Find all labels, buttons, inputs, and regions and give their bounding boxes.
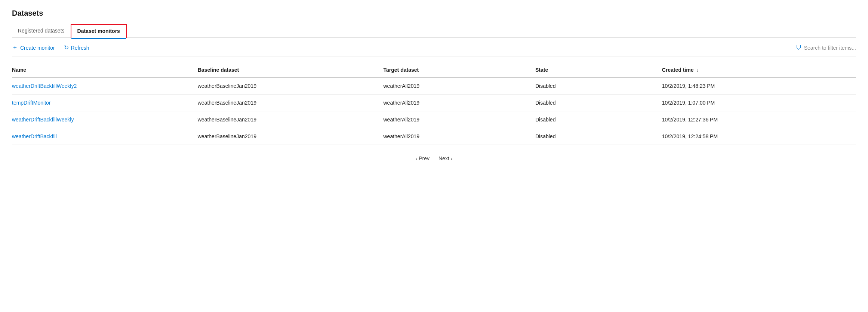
prev-chevron-icon: ‹: [416, 155, 418, 161]
plus-icon: ＋: [12, 44, 18, 52]
cell-created: 10/2/2019, 12:24:58 PM: [662, 128, 856, 145]
tab-dataset-monitors[interactable]: Dataset monitors: [71, 24, 127, 38]
tab-registered-datasets[interactable]: Registered datasets: [12, 25, 71, 37]
col-header-created[interactable]: Created time ↓: [662, 62, 856, 78]
tabs-container: Registered datasets Dataset monitors: [12, 24, 856, 38]
cell-target: weatherAll2019: [384, 95, 535, 111]
col-header-name: Name: [12, 62, 198, 78]
monitor-link[interactable]: weatherDriftBackfillWeekly2: [12, 83, 77, 89]
cell-target: weatherAll2019: [384, 78, 535, 95]
cell-state: Disabled: [535, 78, 662, 95]
page-title: Datasets: [12, 9, 856, 18]
cell-state: Disabled: [535, 128, 662, 145]
refresh-button[interactable]: ↻ Refresh: [64, 44, 89, 51]
prev-button[interactable]: ‹ Prev: [413, 154, 433, 163]
monitor-link[interactable]: weatherDriftBackfillWeekly: [12, 117, 74, 123]
cell-state: Disabled: [535, 111, 662, 128]
cell-baseline: weatherBaselineJan2019: [198, 95, 384, 111]
col-header-target: Target dataset: [384, 62, 535, 78]
col-header-state: State: [535, 62, 662, 78]
cell-name: weatherDriftBackfill: [12, 128, 198, 145]
cell-name: weatherDriftBackfillWeekly2: [12, 78, 198, 95]
cell-target: weatherAll2019: [384, 128, 535, 145]
refresh-icon: ↻: [64, 44, 69, 51]
table-row: weatherDriftBackfillWeeklyweatherBaselin…: [12, 111, 856, 128]
next-label: Next: [438, 155, 449, 161]
create-monitor-label: Create monitor: [20, 45, 55, 51]
filter-icon: ⛉: [796, 44, 802, 51]
table-row: tempDriftMonitorweatherBaselineJan2019we…: [12, 95, 856, 111]
toolbar: ＋ Create monitor ↻ Refresh ⛉ Search to f…: [12, 44, 856, 56]
cell-state: Disabled: [535, 95, 662, 111]
pagination: ‹ Prev Next ›: [12, 154, 856, 163]
table-row: weatherDriftBackfillWeekly2weatherBaseli…: [12, 78, 856, 95]
next-chevron-icon: ›: [451, 155, 453, 161]
cell-baseline: weatherBaselineJan2019: [198, 111, 384, 128]
cell-created: 10/2/2019, 1:48:23 PM: [662, 78, 856, 95]
search-placeholder-text[interactable]: Search to filter items...: [804, 45, 856, 51]
dataset-monitors-table: Name Baseline dataset Target dataset Sta…: [12, 62, 856, 145]
col-header-baseline: Baseline dataset: [198, 62, 384, 78]
prev-label: Prev: [419, 155, 430, 161]
monitor-link[interactable]: weatherDriftBackfill: [12, 133, 57, 139]
sort-desc-icon: ↓: [696, 68, 699, 73]
toolbar-left: ＋ Create monitor ↻ Refresh: [12, 44, 89, 52]
cell-target: weatherAll2019: [384, 111, 535, 128]
cell-created: 10/2/2019, 1:07:00 PM: [662, 95, 856, 111]
cell-baseline: weatherBaselineJan2019: [198, 78, 384, 95]
search-area: ⛉ Search to filter items...: [796, 44, 856, 51]
cell-name: tempDriftMonitor: [12, 95, 198, 111]
next-button[interactable]: Next ›: [435, 154, 455, 163]
refresh-label: Refresh: [71, 45, 89, 51]
create-monitor-button[interactable]: ＋ Create monitor: [12, 44, 55, 52]
table-row: weatherDriftBackfillweatherBaselineJan20…: [12, 128, 856, 145]
table-header-row: Name Baseline dataset Target dataset Sta…: [12, 62, 856, 78]
monitor-link[interactable]: tempDriftMonitor: [12, 100, 50, 106]
cell-created: 10/2/2019, 12:27:36 PM: [662, 111, 856, 128]
cell-baseline: weatherBaselineJan2019: [198, 128, 384, 145]
cell-name: weatherDriftBackfillWeekly: [12, 111, 198, 128]
